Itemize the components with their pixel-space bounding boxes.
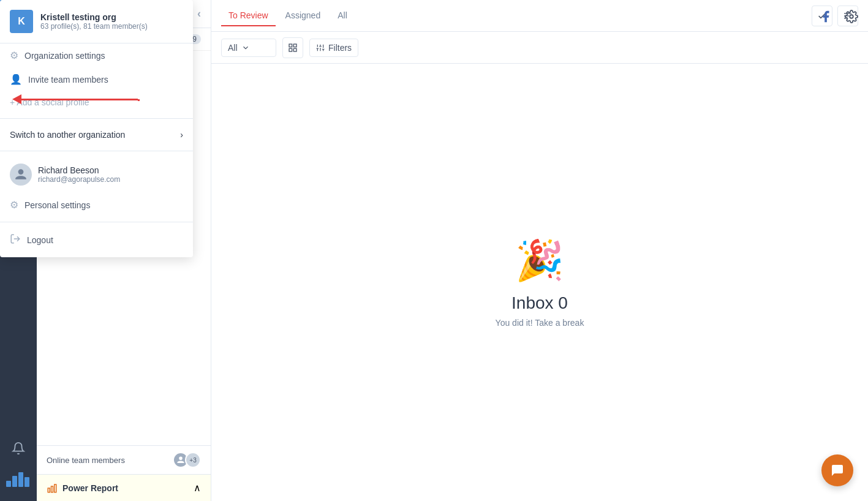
svg-rect-17	[293, 44, 296, 47]
switch-org-item[interactable]: Switch to another organization ›	[0, 124, 193, 146]
dropdown-org-meta: 63 profile(s), 81 team member(s)	[40, 22, 183, 31]
main-area: To Review Assigned All All Filters 🎉	[211, 0, 868, 501]
bar-chart-icon	[47, 483, 58, 494]
svg-rect-8	[25, 477, 29, 487]
chat-fab-button[interactable]	[821, 454, 853, 486]
inbox-content: 🎉 Inbox 0 You did it! Take a break	[211, 64, 868, 501]
panel-bottom: Online team members +3 Power Report ∧	[37, 445, 211, 501]
dropdown-org-name: Kristell testing org	[40, 12, 183, 22]
user-section: Richard Beeson richard@agorapulse.com	[0, 156, 193, 193]
svg-rect-16	[289, 44, 292, 47]
power-report-label: Power Report	[62, 483, 118, 493]
chevron-up-icon: ∧	[194, 482, 201, 494]
dropdown-org-avatar: K	[10, 10, 33, 33]
settings-icon-button[interactable]	[841, 6, 862, 27]
switch-org-label: Switch to another organization	[10, 130, 125, 140]
logout-label: Logout	[27, 235, 53, 245]
filter-select[interactable]: All	[221, 39, 276, 57]
invite-members-item[interactable]: 👤 Invite team members	[0, 67, 193, 91]
filter-icon	[316, 43, 325, 52]
tab-all[interactable]: All	[330, 6, 355, 26]
power-report-item[interactable]: Power Report ∧	[37, 475, 211, 501]
facebook-icon	[819, 10, 832, 23]
agora-logo	[0, 463, 37, 494]
svg-point-29	[850, 15, 853, 18]
add-social-profile-item[interactable]: + Add a social profile	[0, 91, 193, 113]
tab-assigned[interactable]: Assigned	[278, 6, 328, 26]
facebook-icon-button[interactable]	[815, 6, 836, 27]
svg-rect-18	[289, 48, 292, 51]
top-bar: To Review Assigned All	[211, 0, 868, 32]
org-settings-label: Organization settings	[25, 51, 105, 61]
arrow-annotation	[138, 99, 140, 101]
dropdown-divider-2	[0, 151, 193, 151]
gear-icon-personal: ⚙	[10, 199, 18, 211]
tab-to-review[interactable]: To Review	[221, 6, 276, 26]
dropdown-menu: K Kristell testing org 63 profile(s), 81…	[0, 0, 193, 257]
panel-close-button[interactable]: ‹	[197, 7, 201, 20]
user-email: richard@agorapulse.com	[38, 175, 120, 184]
user-name: Richard Beeson	[38, 165, 120, 175]
dropdown-org-header: K Kristell testing org 63 profile(s), 81…	[0, 0, 193, 43]
chevron-right-icon: ›	[180, 130, 183, 140]
invite-members-label: Invite team members	[28, 75, 108, 85]
online-members: Online team members +3	[37, 446, 211, 475]
svg-rect-10	[51, 486, 53, 492]
avatar-stack: +3	[173, 452, 201, 468]
chevron-down-icon	[241, 43, 250, 52]
dropdown-divider	[0, 118, 193, 119]
grid-view-button[interactable]	[282, 37, 303, 58]
logout-item[interactable]: Logout	[0, 227, 193, 252]
inbox-subtitle: You did it! Take a break	[496, 318, 584, 328]
filter-bar: All Filters	[211, 32, 868, 64]
svg-rect-6	[12, 476, 17, 487]
tab-list: To Review Assigned All	[221, 6, 804, 26]
user-plus-icon: 👤	[10, 73, 22, 85]
top-right-icons	[815, 6, 862, 27]
icon-sidebar-bottom	[0, 434, 37, 501]
svg-rect-7	[18, 472, 23, 487]
svg-rect-19	[293, 48, 296, 51]
logout-icon	[10, 233, 21, 246]
inbox-title: Inbox 0	[511, 293, 568, 313]
svg-rect-11	[55, 484, 56, 492]
settings-icon	[845, 10, 858, 23]
sidebar-item-bell[interactable]	[0, 434, 37, 463]
user-avatar	[10, 164, 32, 186]
filter-select-label: All	[228, 43, 238, 53]
svg-rect-9	[48, 488, 50, 492]
inbox-emoji: 🎉	[515, 238, 564, 284]
personal-settings-label: Personal settings	[25, 200, 90, 210]
chat-icon	[830, 463, 845, 478]
personal-settings-item[interactable]: ⚙ Personal settings	[0, 193, 193, 217]
dropdown-divider-3	[0, 222, 193, 222]
online-members-label: Online team members	[47, 456, 125, 465]
gear-icon: ⚙	[10, 50, 18, 61]
filters-button[interactable]: Filters	[309, 39, 358, 57]
org-settings-item[interactable]: ⚙ Organization settings	[0, 43, 193, 67]
svg-rect-5	[6, 481, 11, 487]
avatar-plus: +3	[185, 452, 201, 468]
filters-label: Filters	[328, 43, 352, 53]
